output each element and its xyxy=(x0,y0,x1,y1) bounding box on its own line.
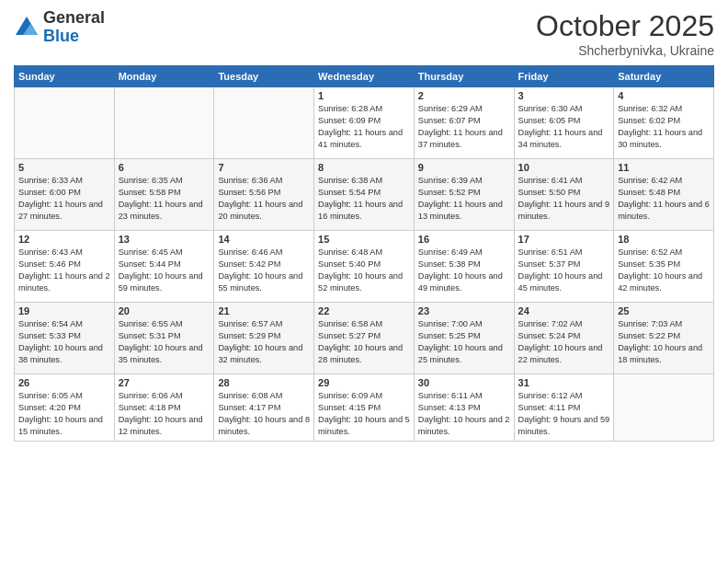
location-subtitle: Shcherbynivka, Ukraine xyxy=(536,43,714,58)
day-info: Sunrise: 6:28 AM Sunset: 6:09 PM Dayligh… xyxy=(318,103,410,151)
day-number: 1 xyxy=(318,90,410,101)
day-info: Sunrise: 7:02 AM Sunset: 5:24 PM Dayligh… xyxy=(518,318,610,366)
table-row: 28Sunrise: 6:08 AM Sunset: 4:17 PM Dayli… xyxy=(214,374,314,442)
day-number: 11 xyxy=(618,162,710,173)
col-friday: Friday xyxy=(514,66,614,87)
logo-general: General xyxy=(43,8,105,27)
day-info: Sunrise: 6:46 AM Sunset: 5:42 PM Dayligh… xyxy=(218,247,310,294)
table-row: 30Sunrise: 6:11 AM Sunset: 4:13 PM Dayli… xyxy=(414,374,514,442)
day-number: 22 xyxy=(318,305,410,316)
table-row: 10Sunrise: 6:41 AM Sunset: 5:50 PM Dayli… xyxy=(514,159,614,231)
day-info: Sunrise: 6:09 AM Sunset: 4:15 PM Dayligh… xyxy=(318,390,410,438)
day-info: Sunrise: 6:32 AM Sunset: 6:02 PM Dayligh… xyxy=(618,103,710,151)
table-row: 26Sunrise: 6:05 AM Sunset: 4:20 PM Dayli… xyxy=(15,374,115,442)
table-row: 14Sunrise: 6:46 AM Sunset: 5:42 PM Dayli… xyxy=(214,231,314,303)
day-info: Sunrise: 6:43 AM Sunset: 5:46 PM Dayligh… xyxy=(18,247,110,294)
day-info: Sunrise: 6:08 AM Sunset: 4:17 PM Dayligh… xyxy=(218,390,310,438)
day-number: 21 xyxy=(218,305,310,316)
table-row xyxy=(214,87,314,159)
day-info: Sunrise: 6:12 AM Sunset: 4:11 PM Dayligh… xyxy=(518,390,610,438)
day-number: 13 xyxy=(119,234,210,245)
day-info: Sunrise: 6:33 AM Sunset: 6:00 PM Dayligh… xyxy=(18,175,110,223)
day-number: 5 xyxy=(18,162,110,173)
table-row: 21Sunrise: 6:57 AM Sunset: 5:29 PM Dayli… xyxy=(214,303,314,374)
day-number: 26 xyxy=(18,377,110,388)
day-number: 4 xyxy=(618,90,710,101)
table-row xyxy=(15,87,115,159)
day-info: Sunrise: 6:39 AM Sunset: 5:52 PM Dayligh… xyxy=(418,175,510,223)
table-row: 3Sunrise: 6:30 AM Sunset: 6:05 PM Daylig… xyxy=(514,87,614,159)
day-number: 2 xyxy=(418,90,510,101)
day-number: 20 xyxy=(119,305,210,316)
day-number: 23 xyxy=(418,305,510,316)
day-info: Sunrise: 6:38 AM Sunset: 5:54 PM Dayligh… xyxy=(318,175,410,223)
logo-icon xyxy=(14,15,40,40)
day-number: 8 xyxy=(318,162,410,173)
day-info: Sunrise: 6:54 AM Sunset: 5:33 PM Dayligh… xyxy=(18,318,110,366)
table-row xyxy=(114,87,214,159)
day-info: Sunrise: 7:00 AM Sunset: 5:25 PM Dayligh… xyxy=(418,318,510,366)
table-row: 13Sunrise: 6:45 AM Sunset: 5:44 PM Dayli… xyxy=(114,231,214,303)
table-row: 24Sunrise: 7:02 AM Sunset: 5:24 PM Dayli… xyxy=(514,303,614,374)
day-number: 31 xyxy=(518,377,610,388)
day-number: 29 xyxy=(318,377,410,388)
table-row: 27Sunrise: 6:06 AM Sunset: 4:18 PM Dayli… xyxy=(114,374,214,442)
table-row: 11Sunrise: 6:42 AM Sunset: 5:48 PM Dayli… xyxy=(614,159,714,231)
day-info: Sunrise: 6:51 AM Sunset: 5:37 PM Dayligh… xyxy=(518,247,610,294)
day-info: Sunrise: 6:36 AM Sunset: 5:56 PM Dayligh… xyxy=(218,175,310,223)
day-info: Sunrise: 6:35 AM Sunset: 5:58 PM Dayligh… xyxy=(119,175,210,223)
table-row: 15Sunrise: 6:48 AM Sunset: 5:40 PM Dayli… xyxy=(314,231,415,303)
day-number: 14 xyxy=(218,234,310,245)
day-info: Sunrise: 7:03 AM Sunset: 5:22 PM Dayligh… xyxy=(618,318,710,366)
day-info: Sunrise: 6:55 AM Sunset: 5:31 PM Dayligh… xyxy=(119,318,210,366)
day-info: Sunrise: 6:30 AM Sunset: 6:05 PM Dayligh… xyxy=(518,103,610,151)
col-tuesday: Tuesday xyxy=(214,66,314,87)
day-number: 18 xyxy=(618,234,710,245)
table-row: 1Sunrise: 6:28 AM Sunset: 6:09 PM Daylig… xyxy=(314,87,415,159)
table-row: 4Sunrise: 6:32 AM Sunset: 6:02 PM Daylig… xyxy=(614,87,714,159)
calendar-table: Sunday Monday Tuesday Wednesday Thursday… xyxy=(14,65,714,442)
table-row: 16Sunrise: 6:49 AM Sunset: 5:38 PM Dayli… xyxy=(414,231,514,303)
table-row: 22Sunrise: 6:58 AM Sunset: 5:27 PM Dayli… xyxy=(314,303,415,374)
table-row: 2Sunrise: 6:29 AM Sunset: 6:07 PM Daylig… xyxy=(414,87,514,159)
day-number: 15 xyxy=(318,234,410,245)
day-info: Sunrise: 6:52 AM Sunset: 5:35 PM Dayligh… xyxy=(618,247,710,294)
col-thursday: Thursday xyxy=(414,66,514,87)
day-info: Sunrise: 6:06 AM Sunset: 4:18 PM Dayligh… xyxy=(119,390,210,438)
table-row: 19Sunrise: 6:54 AM Sunset: 5:33 PM Dayli… xyxy=(15,303,115,374)
day-info: Sunrise: 6:05 AM Sunset: 4:20 PM Dayligh… xyxy=(18,390,110,438)
day-info: Sunrise: 6:41 AM Sunset: 5:50 PM Dayligh… xyxy=(518,175,610,223)
table-row xyxy=(614,374,714,442)
table-row: 12Sunrise: 6:43 AM Sunset: 5:46 PM Dayli… xyxy=(15,231,115,303)
table-row: 5Sunrise: 6:33 AM Sunset: 6:00 PM Daylig… xyxy=(15,159,115,231)
day-number: 16 xyxy=(418,234,510,245)
logo-text: General Blue xyxy=(43,9,105,46)
table-row: 31Sunrise: 6:12 AM Sunset: 4:11 PM Dayli… xyxy=(514,374,614,442)
table-row: 29Sunrise: 6:09 AM Sunset: 4:15 PM Dayli… xyxy=(314,374,415,442)
day-number: 9 xyxy=(418,162,510,173)
day-info: Sunrise: 6:45 AM Sunset: 5:44 PM Dayligh… xyxy=(119,247,210,294)
table-row: 25Sunrise: 7:03 AM Sunset: 5:22 PM Dayli… xyxy=(614,303,714,374)
month-title: October 2025 xyxy=(536,9,714,43)
col-wednesday: Wednesday xyxy=(314,66,415,87)
col-monday: Monday xyxy=(114,66,214,87)
logo-blue: Blue xyxy=(43,27,79,45)
table-row: 7Sunrise: 6:36 AM Sunset: 5:56 PM Daylig… xyxy=(214,159,314,231)
day-number: 25 xyxy=(618,305,710,316)
day-info: Sunrise: 6:42 AM Sunset: 5:48 PM Dayligh… xyxy=(618,175,710,223)
day-number: 7 xyxy=(218,162,310,173)
day-number: 30 xyxy=(418,377,510,388)
day-info: Sunrise: 6:49 AM Sunset: 5:38 PM Dayligh… xyxy=(418,247,510,294)
table-row: 8Sunrise: 6:38 AM Sunset: 5:54 PM Daylig… xyxy=(314,159,415,231)
table-row: 20Sunrise: 6:55 AM Sunset: 5:31 PM Dayli… xyxy=(114,303,214,374)
day-number: 6 xyxy=(119,162,210,173)
day-number: 19 xyxy=(18,305,110,316)
day-info: Sunrise: 6:29 AM Sunset: 6:07 PM Dayligh… xyxy=(418,103,510,151)
table-row: 18Sunrise: 6:52 AM Sunset: 5:35 PM Dayli… xyxy=(614,231,714,303)
day-info: Sunrise: 6:11 AM Sunset: 4:13 PM Dayligh… xyxy=(418,390,510,438)
day-info: Sunrise: 6:58 AM Sunset: 5:27 PM Dayligh… xyxy=(318,318,410,366)
header: General Blue October 2025 Shcherbynivka,… xyxy=(14,9,714,58)
day-number: 28 xyxy=(218,377,310,388)
day-number: 17 xyxy=(518,234,610,245)
day-info: Sunrise: 6:48 AM Sunset: 5:40 PM Dayligh… xyxy=(318,247,410,294)
